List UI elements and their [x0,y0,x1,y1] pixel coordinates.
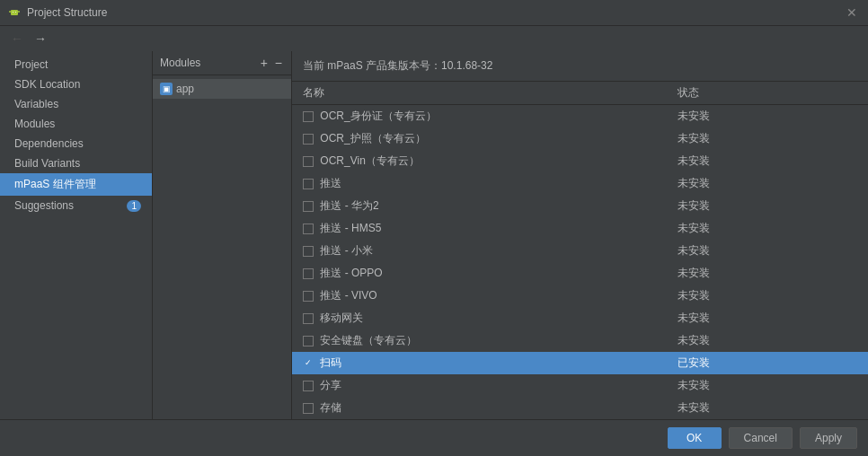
table-row[interactable]: OCR_身份证（专有云）未安装 [292,105,868,128]
module-app-icon: ▣ [160,83,173,95]
table-row[interactable]: 移动网关未安装 [292,307,868,329]
sidebar-item-project[interactable]: Project [0,55,152,75]
sidebar: Project SDK Location Variables Modules D… [0,51,153,419]
android-icon [7,5,22,20]
row-checkbox[interactable] [303,268,314,279]
suggestions-badge: 1 [127,200,141,212]
sidebar-item-variables[interactable]: Variables [0,94,152,114]
row-checkbox[interactable] [303,156,314,167]
table-cell-status: 未安装 [667,217,868,240]
sidebar-item-build-variants[interactable]: Build Variants [0,153,152,173]
svg-point-2 [15,12,16,13]
table-header-row: 名称 状态 [292,82,868,105]
table-cell-name: OCR_身份证（专有云） [292,105,667,128]
table-row[interactable]: 扫码已安装 [292,352,868,374]
table-cell-name: 安全键盘（专有云） [292,329,667,352]
table-row[interactable]: 推送 - 小米未安装 [292,240,868,262]
table-cell-status: 未安装 [667,397,868,419]
table-cell-name: 存储 [292,397,667,419]
components-table: 名称 状态 OCR_身份证（专有云）未安装 OCR_护照（专有云）未安装 OCR… [292,82,868,419]
table-row[interactable]: 存储未安装 [292,397,868,419]
table-cell-status: 未安装 [667,262,868,285]
table-row[interactable]: 推送 - OPPO未安装 [292,262,868,285]
table-cell-status: 未安装 [667,150,868,172]
table-cell-status: 未安装 [667,329,868,352]
table-row[interactable]: 分享未安装 [292,374,868,397]
ok-button[interactable]: OK [668,427,722,449]
table-cell-status: 未安装 [667,285,868,307]
table-row[interactable]: OCR_Vin（专有云）未安装 [292,150,868,172]
modules-list: ▣ app [153,75,291,419]
add-module-button[interactable]: + [259,57,270,69]
table-cell-name: 推送 [292,172,667,195]
table-row[interactable]: 推送 - 华为2未安装 [292,195,868,217]
components-table-container[interactable]: 名称 状态 OCR_身份证（专有云）未安装 OCR_护照（专有云）未安装 OCR… [292,82,868,419]
col-header-status: 状态 [667,82,868,105]
table-cell-status: 已安装 [667,352,868,374]
table-cell-status: 未安装 [667,240,868,262]
main-content: Project SDK Location Variables Modules D… [0,51,868,419]
table-cell-status: 未安装 [667,127,868,150]
close-button[interactable]: ✕ [845,5,859,20]
apply-button[interactable]: Apply [800,427,857,449]
suggestions-label: Suggestions [14,199,74,212]
dialog: Project Structure ✕ ← → Project SDK Loca… [0,0,868,456]
table-row[interactable]: 推送未安装 [292,172,868,195]
back-button[interactable]: ← [7,30,27,48]
row-checkbox[interactable] [303,179,314,189]
modules-title: Modules [160,57,200,69]
row-checkbox[interactable] [303,381,314,391]
svg-point-1 [13,12,13,13]
table-cell-status: 未安装 [667,374,868,397]
sidebar-item-sdk-location[interactable]: SDK Location [0,75,152,94]
col-header-name: 名称 [292,82,667,105]
sidebar-item-suggestions[interactable]: Suggestions 1 [0,196,152,215]
table-cell-name: 扫码 [292,352,667,374]
module-item-app[interactable]: ▣ app [153,79,291,99]
table-row[interactable]: OCR_护照（专有云）未安装 [292,127,868,150]
row-checkbox[interactable] [303,313,314,324]
sidebar-item-mpaas[interactable]: mPaaS 组件管理 [0,173,152,196]
table-cell-status: 未安装 [667,172,868,195]
table-cell-name: 移动网关 [292,307,667,329]
table-cell-status: 未安装 [667,307,868,329]
row-checkbox[interactable] [303,201,314,212]
modules-header: Modules + − [153,51,291,75]
remove-module-button[interactable]: − [273,57,284,69]
table-cell-name: 分享 [292,374,667,397]
title-bar: Project Structure ✕ [0,0,868,26]
title-bar-left: Project Structure [7,5,107,20]
row-checkbox[interactable] [303,111,314,122]
row-checkbox[interactable] [303,358,314,369]
table-row[interactable]: 安全键盘（专有云）未安装 [292,329,868,352]
table-row[interactable]: 推送 - VIVO未安装 [292,285,868,307]
table-cell-status: 未安装 [667,105,868,128]
row-checkbox[interactable] [303,134,314,145]
panel-header: 当前 mPaaS 产品集版本号：10.1.68-32 [292,51,868,82]
dialog-title: Project Structure [27,6,107,19]
table-body: OCR_身份证（专有云）未安装 OCR_护照（专有云）未安装 OCR_Vin（专… [292,105,868,420]
sidebar-item-dependencies[interactable]: Dependencies [0,134,152,153]
row-checkbox[interactable] [303,336,314,346]
row-checkbox[interactable] [303,224,314,234]
table-cell-name: 推送 - HMS5 [292,217,667,240]
modules-panel: Modules + − ▣ app [153,51,292,419]
row-checkbox[interactable] [303,403,314,414]
module-app-label: app [176,83,194,95]
sidebar-item-modules[interactable]: Modules [0,114,152,134]
footer: OK Cancel Apply [0,419,868,456]
table-cell-name: OCR_护照（专有云） [292,127,667,150]
row-checkbox[interactable] [303,246,314,257]
svg-rect-0 [11,10,18,15]
nav-arrows: ← → [0,26,868,51]
table-cell-name: OCR_Vin（专有云） [292,150,667,172]
cancel-button[interactable]: Cancel [729,427,793,449]
table-cell-name: 推送 - VIVO [292,285,667,307]
forward-button[interactable]: → [31,30,50,48]
row-checkbox[interactable] [303,291,314,302]
table-cell-name: 推送 - OPPO [292,262,667,285]
right-panel: 当前 mPaaS 产品集版本号：10.1.68-32 名称 状态 OCR_身份证… [292,51,868,419]
table-cell-name: 推送 - 华为2 [292,195,667,217]
table-row[interactable]: 推送 - HMS5未安装 [292,217,868,240]
title-bar-controls: ✕ [845,5,859,20]
